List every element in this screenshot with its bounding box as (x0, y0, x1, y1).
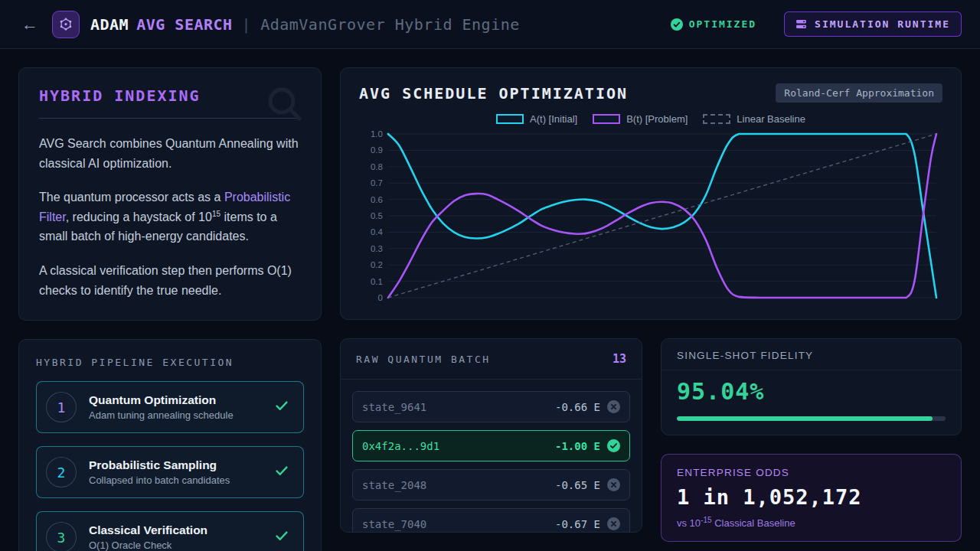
odds-note-exponent: -15 (701, 516, 711, 524)
legend-swatch-purple (593, 114, 620, 124)
enterprise-odds-card: ENTERPRISE ODDS 1 in 1,052,172 vs 10-15 … (661, 454, 962, 542)
step-subtitle: Collapsed into batch candidates (89, 474, 230, 486)
app-header: ← ADAM AVG SEARCH | AdamVanGrover Hybrid… (0, 0, 980, 49)
atom-icon (58, 17, 74, 32)
fidelity-value: 95.04% (677, 378, 946, 405)
search-icon (264, 83, 305, 128)
check-circle-icon (671, 18, 683, 31)
legend-label: B(t) [Problem] (626, 113, 688, 125)
odds-note: vs 10-15 Classical Baseline (677, 516, 946, 529)
batch-item-energy: -0.65 E (555, 479, 600, 491)
legend-swatch-dashed (703, 114, 730, 124)
check-circle-icon[interactable] (607, 439, 620, 452)
batch-item-name: 0x4f2a...9d1 (362, 440, 439, 452)
batch-item-energy: -1.00 E (555, 440, 600, 452)
step-title: Quantum Optimization (89, 393, 234, 407)
hybrid-indexing-panel: HYBRID INDEXING AVG Search combines Quan… (18, 67, 322, 321)
x-circle-icon[interactable] (607, 517, 620, 530)
svg-text:0.9: 0.9 (371, 145, 383, 155)
check-icon (274, 528, 289, 546)
app-logo (52, 11, 80, 38)
legend-item-a: A(t) [Initial] (496, 113, 577, 125)
simulation-runtime-button[interactable]: SIMULATION RUNTIME (784, 11, 962, 37)
indexing-paragraph-2: The quantum processor acts as a Probabil… (39, 187, 301, 246)
fidelity-card: SINGLE-SHOT FIDELITY 95.04% (661, 338, 962, 435)
batch-item-name: state_7040 (362, 518, 426, 530)
svg-text:0.1: 0.1 (371, 277, 383, 286)
raw-quantum-batch-panel: RAW QUANTUM BATCH 13 state_9641 -0.66 E … (340, 338, 642, 533)
batch-item-energy: -0.66 E (555, 401, 600, 413)
step-number-badge: 1 (46, 392, 77, 422)
app-title-primary: ADAM (90, 15, 129, 34)
fidelity-label: SINGLE-SHOT FIDELITY (677, 350, 946, 361)
app-subtitle: AdamVanGrover Hybrid Engine (260, 15, 520, 34)
batch-panel-title: RAW QUANTUM BATCH (356, 354, 491, 365)
indexing-panel-title: HYBRID INDEXING (39, 86, 301, 105)
chart-legend: A(t) [Initial] B(t) [Problem] Linear Bas… (359, 113, 942, 125)
legend-label: A(t) [Initial] (530, 113, 577, 125)
server-icon (795, 18, 807, 30)
indexing-paragraph-3: A classical verification step then perfo… (39, 261, 301, 300)
odds-value: 1 in 1,052,172 (677, 485, 946, 509)
divider (39, 118, 301, 119)
batch-item[interactable]: state_2048 -0.65 E (352, 469, 630, 500)
svg-text:1.0: 1.0 (371, 129, 383, 139)
step-subtitle: O(1) Oracle Check (89, 540, 207, 551)
x-circle-icon[interactable] (607, 400, 620, 413)
svg-text:0.4: 0.4 (371, 227, 384, 236)
step-number-badge: 3 (46, 522, 77, 551)
chart-title: AVG SCHEDULE OPTIMIZATION (359, 84, 628, 103)
app-title-accent: AVG SEARCH (136, 15, 232, 34)
batch-item-energy: -0.67 E (555, 518, 600, 530)
batch-list: state_9641 -0.66 E 0x4f2a...9d1 -1.00 E (341, 380, 642, 533)
check-icon (274, 398, 289, 416)
svg-text:0.6: 0.6 (371, 195, 383, 204)
odds-note-post: Classical Baseline (712, 517, 795, 529)
legend-item-baseline: Linear Baseline (703, 113, 805, 125)
check-icon (274, 463, 289, 481)
optimized-status: OPTIMIZED (671, 18, 756, 31)
legend-item-b: B(t) [Problem] (593, 113, 688, 125)
legend-swatch-cyan (496, 114, 524, 124)
indexing-p2-pre: The quantum processor acts as a (39, 191, 224, 204)
step-title: Classical Verification (89, 523, 207, 537)
indexing-p2-mid: , reducing a haystack of 10 (66, 210, 212, 223)
approximation-badge: Roland-Cerf Approximation (776, 83, 942, 103)
title-separator: | (242, 15, 252, 34)
pipeline-panel: HYBRID PIPELINE EXECUTION 1 Quantum Opti… (18, 339, 322, 551)
schedule-chart: 1.00.90.80.70.60.50.40.30.20.10 (359, 128, 942, 308)
svg-text:0.8: 0.8 (371, 162, 383, 171)
pipeline-step-probabilistic-sampling[interactable]: 2 Probabilistic Sampling Collapsed into … (36, 446, 304, 498)
pipeline-step-classical-verification[interactable]: 3 Classical Verification O(1) Oracle Che… (36, 511, 304, 551)
batch-count-badge: 13 (612, 352, 626, 366)
batch-item[interactable]: state_7040 -0.67 E (352, 508, 630, 533)
legend-label: Linear Baseline (737, 113, 805, 125)
divider (662, 370, 961, 370)
step-number-badge: 2 (46, 457, 77, 487)
optimized-status-label: OPTIMIZED (689, 18, 756, 30)
batch-item-name: state_2048 (362, 479, 426, 491)
step-title: Probabilistic Sampling (89, 458, 230, 472)
back-button[interactable]: ← (18, 15, 41, 34)
svg-text:0.5: 0.5 (371, 211, 383, 220)
schedule-optimization-panel: AVG SCHEDULE OPTIMIZATION Roland-Cerf Ap… (340, 67, 962, 320)
svg-text:0.2: 0.2 (371, 260, 383, 269)
x-circle-icon[interactable] (607, 478, 620, 491)
batch-item-name: state_9641 (362, 401, 426, 413)
odds-label: ENTERPRISE ODDS (677, 467, 946, 478)
app-title: ADAM AVG SEARCH | AdamVanGrover Hybrid E… (90, 15, 520, 34)
pipeline-step-quantum-optimization[interactable]: 1 Quantum Optimization Adam tuning annea… (36, 381, 304, 433)
svg-text:0: 0 (378, 293, 383, 302)
batch-item-accepted[interactable]: 0x4f2a...9d1 -1.00 E (352, 430, 630, 461)
indexing-paragraph-1: AVG Search combines Quantum Annealing wi… (39, 134, 301, 173)
batch-item[interactable]: state_9641 -0.66 E (352, 391, 630, 422)
fidelity-progress-fill (677, 416, 933, 421)
svg-text:0.3: 0.3 (371, 244, 383, 253)
fidelity-progress-track (677, 416, 946, 421)
indexing-p2-exponent: 15 (212, 209, 220, 217)
simulation-runtime-label: SIMULATION RUNTIME (815, 18, 950, 30)
step-subtitle: Adam tuning annealing schedule (89, 409, 234, 421)
svg-text:0.7: 0.7 (371, 178, 383, 187)
pipeline-panel-title: HYBRID PIPELINE EXECUTION (36, 357, 304, 368)
odds-note-pre: vs 10 (677, 517, 701, 529)
